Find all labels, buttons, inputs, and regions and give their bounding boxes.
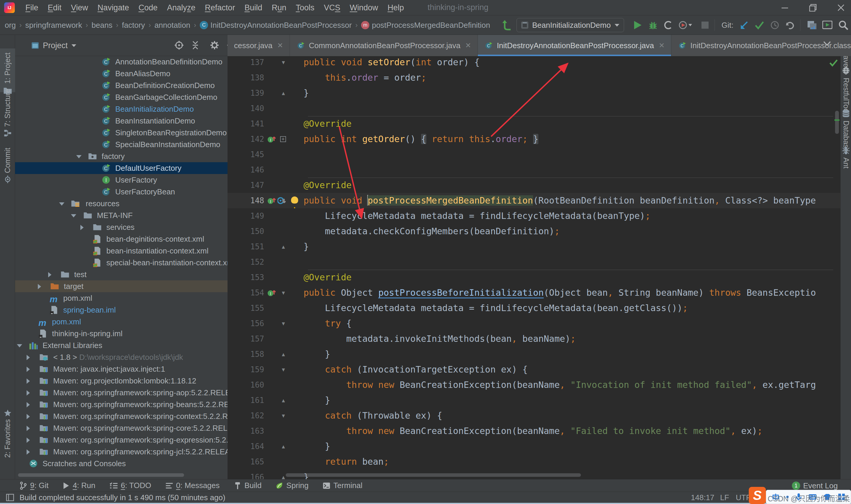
history-button[interactable] bbox=[768, 15, 781, 35]
minimize-button[interactable] bbox=[774, 0, 795, 15]
maximize-button[interactable] bbox=[802, 0, 823, 15]
breadcrumb-item[interactable]: CInitDestroyAnnotationBeanPostProcessor bbox=[200, 21, 351, 30]
stop-button[interactable] bbox=[699, 15, 711, 35]
event-log-button[interactable]: 1 Event Log bbox=[792, 480, 838, 491]
breadcrumb-item[interactable]: mpostProcessMergedBeanDefinition bbox=[361, 21, 490, 30]
tree-row[interactable]: Maven: org.springframework:spring-jcl:5.… bbox=[15, 446, 228, 457]
breadcrumb-item[interactable]: beans bbox=[92, 21, 113, 30]
tree-expand-arrow[interactable] bbox=[26, 378, 30, 384]
line-separator[interactable]: LF bbox=[720, 492, 729, 503]
code-line[interactable]: 152 bbox=[228, 254, 840, 270]
project-view-select[interactable]: Project bbox=[31, 35, 76, 56]
tree-expand-arrow[interactable] bbox=[26, 355, 30, 360]
stripe-button----structure[interactable]: 7: Structure bbox=[0, 89, 15, 137]
implements-method-icon[interactable]: I bbox=[267, 288, 276, 297]
menu-window[interactable]: Window bbox=[345, 0, 383, 15]
tree-row[interactable]: CUserFactoryBean bbox=[15, 186, 228, 198]
breadcrumb-item[interactable]: org bbox=[5, 21, 16, 30]
menu-build[interactable]: Build bbox=[240, 0, 267, 15]
breadcrumb-item[interactable]: annotation bbox=[155, 21, 190, 30]
project-tree[interactable]: definitionCAnnotationBeanDefinitionDemoC… bbox=[15, 56, 228, 479]
tree-expand-arrow[interactable] bbox=[48, 272, 51, 277]
code-line[interactable]: 162▾ catch (Throwable ex) { bbox=[228, 408, 840, 424]
tree-row[interactable]: Maven: org.springframework:spring-beans:… bbox=[15, 398, 228, 410]
code-line[interactable]: 147 @Override bbox=[228, 178, 840, 193]
search-everywhere-icon[interactable] bbox=[836, 15, 850, 35]
tree-row[interactable]: target bbox=[15, 281, 228, 292]
code-line[interactable]: 139▴ } bbox=[228, 85, 840, 101]
tree-row[interactable]: External Libraries bbox=[15, 339, 228, 351]
git-update-button[interactable] bbox=[738, 15, 750, 35]
tree-expand-arrow[interactable] bbox=[26, 414, 30, 419]
tree-row[interactable]: CBeanAliasDemo bbox=[15, 68, 228, 79]
stripe-button-commit[interactable]: Commit bbox=[0, 148, 15, 183]
tree-row[interactable]: CSingletonBeanRegistrationDemo bbox=[15, 127, 228, 139]
code-line[interactable]: 149 LifecycleMetadata metadata = findLif… bbox=[228, 208, 840, 223]
code-line[interactable]: 165 return bean; bbox=[228, 454, 840, 469]
tree-expand-arrow[interactable] bbox=[26, 437, 30, 443]
editor-vscrollbar[interactable] bbox=[835, 111, 839, 134]
menu-code[interactable]: Code bbox=[134, 0, 163, 15]
tree-row[interactable]: META-INF bbox=[15, 210, 228, 221]
close-tab-icon[interactable]: ✕ bbox=[277, 41, 283, 50]
rollback-button[interactable] bbox=[784, 15, 797, 35]
run-button[interactable] bbox=[631, 15, 644, 35]
toolwindow-button-4--run[interactable]: 4: Run bbox=[62, 481, 95, 490]
git-commit-button[interactable] bbox=[753, 15, 766, 35]
code-line[interactable]: 155 LifecycleMetadata metadata = findLif… bbox=[228, 301, 840, 316]
tree-row[interactable]: thinking-in-spring.iml bbox=[15, 328, 228, 339]
menu-refactor[interactable]: Refactor bbox=[200, 0, 240, 15]
code-line[interactable]: 150 metadata.checkConfigMembers(beanDefi… bbox=[228, 223, 840, 239]
tree-row[interactable]: IUserFactory bbox=[15, 174, 228, 186]
tree-row[interactable]: < 1.8 > D:\worksprace\devtools\jdk\jdk bbox=[15, 351, 228, 363]
editor-hscrollbar[interactable] bbox=[286, 473, 581, 477]
tree-row[interactable]: spring-bean.iml bbox=[15, 304, 228, 316]
stripe-button----favorites[interactable]: 2: Favorites bbox=[0, 409, 15, 458]
tree-expand-arrow[interactable] bbox=[38, 284, 41, 289]
code-line[interactable]: 146 bbox=[228, 162, 840, 178]
menu-analyze[interactable]: Analyze bbox=[162, 0, 200, 15]
inspections-ok-icon[interactable] bbox=[829, 59, 838, 67]
code-line[interactable]: 158▴ } bbox=[228, 346, 840, 362]
breadcrumb-item[interactable]: factory bbox=[122, 21, 145, 30]
profiler-button[interactable] bbox=[677, 15, 694, 35]
tree-row[interactable]: factory bbox=[15, 150, 228, 162]
code-line[interactable]: 161▴ } bbox=[228, 393, 840, 408]
menu-run[interactable]: Run bbox=[267, 0, 291, 15]
caret-position[interactable]: 148:17 bbox=[691, 492, 714, 503]
tree-expand-arrow[interactable] bbox=[71, 214, 76, 217]
close-tab-icon[interactable]: ✕ bbox=[659, 41, 665, 50]
coverage-button[interactable] bbox=[662, 15, 675, 35]
close-button[interactable] bbox=[830, 0, 851, 15]
tree-row[interactable]: bean-instantiation-context.xml bbox=[15, 245, 228, 257]
tree-row[interactable]: resources bbox=[15, 198, 228, 210]
run-configuration-select[interactable]: BeanInitializationDemo bbox=[517, 18, 624, 32]
collapse-all-icon[interactable] bbox=[191, 41, 199, 50]
menu-view[interactable]: View bbox=[66, 0, 93, 15]
tree-row[interactable]: CBeanDefinitionCreationDemo bbox=[15, 79, 228, 91]
tree-row[interactable]: Maven: org.springframework:spring-contex… bbox=[15, 410, 228, 422]
tree-row[interactable]: mpom.xml bbox=[15, 316, 228, 328]
tree-row[interactable]: special-bean-instantiation-context.xml bbox=[15, 257, 228, 269]
tree-row[interactable]: bean-deginitions-context.xml bbox=[15, 233, 228, 245]
tree-row[interactable]: test bbox=[15, 269, 228, 281]
toolwindow-button-9--git[interactable]: 9: Git bbox=[19, 481, 49, 490]
code-line[interactable]: 163 throw new BeanCreationException(bean… bbox=[228, 424, 840, 439]
tool-window-toggle-icon[interactable] bbox=[6, 494, 14, 501]
sogou-ime-logo[interactable]: S bbox=[749, 487, 766, 504]
tree-row[interactable]: CBeanInitializationDemo bbox=[15, 103, 228, 115]
close-tab-icon[interactable]: ✕ bbox=[465, 41, 471, 50]
tab-list-chevron-icon[interactable] bbox=[823, 41, 831, 46]
code-line[interactable]: 142I+ public int getOrder() { return thi… bbox=[228, 131, 840, 147]
menu-vcs[interactable]: VCS bbox=[319, 0, 345, 15]
tree-row[interactable]: mpom.xml bbox=[15, 292, 228, 304]
tree-row[interactable]: Maven: org.projectlombok:lombok:1.18.12 bbox=[15, 375, 228, 387]
editor-tab[interactable]: CCommonAnnotationBeanPostProcessor.java✕ bbox=[290, 35, 478, 56]
toolwindow-button-spring[interactable]: Spring bbox=[276, 481, 308, 490]
tree-row[interactable]: Maven: javax.inject:javax.inject:1 bbox=[15, 363, 228, 375]
tree-row[interactable]: Scratches and Consoles bbox=[15, 457, 228, 469]
tree-expand-arrow[interactable] bbox=[17, 344, 22, 347]
menu-help[interactable]: Help bbox=[383, 0, 409, 15]
stripe-button----project[interactable]: 1: Project bbox=[0, 53, 15, 94]
tree-row[interactable]: Maven: org.springframework:spring-aop:5.… bbox=[15, 387, 228, 398]
